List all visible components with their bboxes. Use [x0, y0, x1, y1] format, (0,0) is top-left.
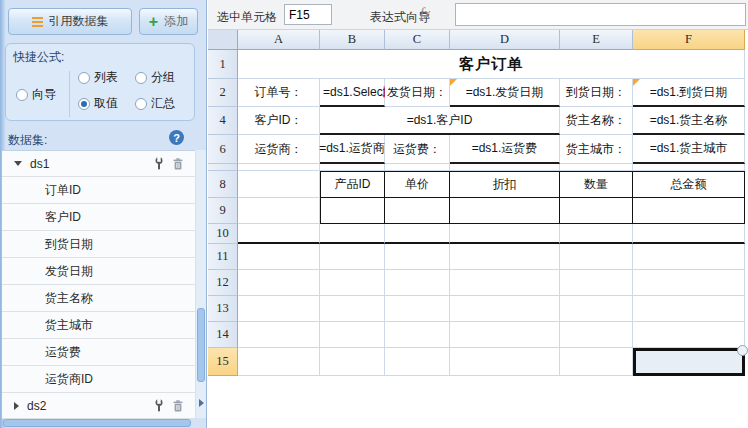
row-header-15-selected[interactable]: 15 [208, 348, 238, 376]
cell[interactable] [560, 244, 633, 270]
cell[interactable] [450, 296, 560, 322]
cell[interactable] [560, 348, 633, 376]
tree-field-consignee-city[interactable]: 货主城市 [2, 312, 195, 339]
add-dataset-button[interactable]: + 添加 [139, 8, 198, 35]
tree-field-shipper-id[interactable]: 运货商ID [2, 366, 195, 393]
cell[interactable] [633, 270, 745, 296]
row-header-1[interactable]: 1 [208, 50, 238, 79]
panel-scrollbar-thumb[interactable] [197, 308, 205, 382]
cell[interactable] [385, 244, 450, 270]
cell-E6-consignee-city-label[interactable]: 货主城市： [560, 135, 633, 164]
col-header-C[interactable]: C [385, 30, 450, 50]
cell-E9[interactable] [560, 198, 633, 224]
cell-D10[interactable] [450, 224, 560, 244]
cell[interactable] [450, 244, 560, 270]
cell[interactable] [385, 270, 450, 296]
radio-wizard[interactable]: 向导 [16, 86, 56, 103]
reference-dataset-button[interactable]: 引用数据集 [8, 8, 132, 35]
cell[interactable] [560, 296, 633, 322]
cell[interactable] [238, 322, 320, 348]
chevron-down-icon[interactable] [14, 161, 22, 166]
row-header-6[interactable]: 6 [208, 135, 238, 164]
cell-A1-title[interactable]: 客户订单 [238, 50, 745, 79]
cell-D2-ship-date-value[interactable]: =ds1.发货日期 [450, 79, 560, 107]
cell[interactable] [560, 322, 633, 348]
cell[interactable] [385, 164, 450, 171]
cell[interactable] [450, 164, 560, 171]
cell-A2-order-label[interactable]: 订单号： [238, 79, 320, 107]
cell-C2-ship-date-label[interactable]: 发货日期： [385, 79, 450, 107]
cell[interactable] [385, 296, 450, 322]
cell-F8-total-amount-header[interactable]: 总金额 [633, 171, 745, 198]
panel-hscrollbar-thumb[interactable] [3, 419, 191, 427]
edit-wrench-icon[interactable] [154, 157, 164, 170]
radio-summary[interactable]: 汇总 [135, 95, 175, 112]
tree-field-customer-id[interactable]: 客户ID [2, 204, 195, 231]
cell[interactable] [238, 164, 320, 171]
cell[interactable] [633, 244, 745, 270]
cell-C10[interactable] [385, 224, 450, 244]
radio-list[interactable]: 列表 [78, 69, 118, 86]
radio-group[interactable]: 分组 [135, 69, 175, 86]
row-header-14[interactable]: 14 [208, 322, 238, 348]
cell[interactable] [633, 322, 745, 348]
cell-B8-product-id-header[interactable]: 产品ID [320, 171, 385, 198]
cell[interactable] [320, 296, 385, 322]
cell[interactable] [450, 270, 560, 296]
tree-node-ds1[interactable]: ds1 [2, 151, 195, 177]
splitter-collapse-arrow[interactable] [199, 399, 204, 407]
row-header-12[interactable]: 12 [208, 270, 238, 296]
col-header-D[interactable]: D [450, 30, 560, 50]
cell[interactable] [320, 348, 385, 376]
cell-B10[interactable] [320, 224, 385, 244]
col-header-B[interactable]: B [320, 30, 385, 50]
cell[interactable] [320, 164, 385, 171]
radio-icon[interactable] [135, 98, 147, 110]
cell-A9[interactable] [238, 198, 320, 224]
cell[interactable] [560, 164, 633, 171]
cell-E4-consignee-name-label[interactable]: 货主名称： [560, 107, 633, 135]
cell[interactable] [633, 296, 745, 322]
cell[interactable] [450, 348, 560, 376]
cell-C9[interactable] [385, 198, 450, 224]
cell[interactable] [320, 270, 385, 296]
radio-icon[interactable] [78, 72, 90, 84]
row-header-10[interactable]: 10 [208, 224, 238, 244]
tree-field-consignee-name[interactable]: 货主名称 [2, 285, 195, 312]
row-header-13[interactable]: 13 [208, 296, 238, 322]
cell-E10[interactable] [560, 224, 633, 244]
col-header-E[interactable]: E [560, 30, 633, 50]
cell-B9[interactable] [320, 198, 385, 224]
cell-F4-consignee-name-value[interactable]: =ds1.货主名称 [633, 107, 745, 135]
help-icon[interactable]: ? [169, 130, 184, 145]
cell[interactable] [560, 270, 633, 296]
cell-F6-consignee-city-value[interactable]: =ds1.货主城市 [633, 135, 745, 164]
tree-node-ds2[interactable]: ds2 [2, 393, 195, 419]
cell-F15-selected[interactable] [633, 348, 745, 376]
cell-A10[interactable] [238, 224, 320, 244]
cell[interactable] [385, 348, 450, 376]
cell-B6-shipper-value[interactable]: =ds1.运货商 [320, 135, 385, 164]
cell-F10[interactable] [633, 224, 745, 244]
chevron-right-icon[interactable] [14, 402, 19, 410]
row-header-8[interactable]: 8 [208, 171, 238, 198]
cell-D6-freight-value[interactable]: =ds1.运货费 [450, 135, 560, 164]
cell-A4-customer-label[interactable]: 客户ID： [238, 107, 320, 135]
delete-trash-icon[interactable] [173, 400, 183, 412]
radio-icon[interactable] [16, 89, 28, 101]
row-header-hidden[interactable] [208, 164, 238, 171]
selected-cell-input[interactable] [284, 4, 332, 25]
cell[interactable] [320, 244, 385, 270]
cell-B4-customer-value-merged[interactable]: =ds1.客户ID [320, 107, 560, 135]
radio-icon-selected[interactable] [78, 98, 90, 110]
col-header-A[interactable]: A [238, 30, 320, 50]
cell[interactable] [238, 348, 320, 376]
cell[interactable] [238, 296, 320, 322]
tree-field-order-id[interactable]: 订单ID [2, 177, 195, 204]
cell-F2-arrival-date-value[interactable]: =ds1.到货日期 [633, 79, 745, 107]
cell-F9[interactable] [633, 198, 745, 224]
cell-B2-order-value[interactable]: =ds1.Select ↓ [320, 79, 385, 107]
radio-icon[interactable] [135, 72, 147, 84]
tree-field-ship-date[interactable]: 发货日期 [2, 258, 195, 285]
cell[interactable] [238, 270, 320, 296]
